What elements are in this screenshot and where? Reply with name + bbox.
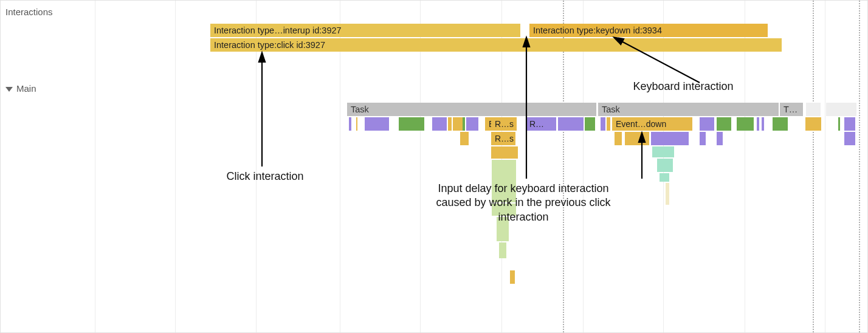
flame-rect[interactable]: [666, 183, 669, 205]
annotation-keyboard-interaction: Keyboard interaction: [613, 80, 753, 94]
flame-rect[interactable]: [356, 117, 357, 131]
flame-rect[interactable]: [773, 117, 788, 131]
flame-rect[interactable]: [453, 117, 463, 131]
main-track-strip: [806, 103, 821, 116]
task-bar[interactable]: T…: [780, 103, 803, 116]
interaction-bar-pointerup[interactable]: Interaction type…interup id:3927: [210, 24, 520, 37]
flame-rect[interactable]: [460, 132, 469, 145]
flame-rect[interactable]: [491, 146, 518, 159]
flame-rect[interactable]: [601, 117, 605, 131]
flame-rect[interactable]: [615, 132, 622, 145]
flame-rect[interactable]: [844, 117, 855, 131]
flame-rect[interactable]: [838, 117, 840, 131]
flame-rect[interactable]: [660, 173, 669, 182]
event-bar[interactable]: R…s: [491, 117, 515, 131]
task-bar[interactable]: Task: [347, 103, 596, 116]
flame-rect[interactable]: [463, 117, 465, 131]
flame-rect[interactable]: [717, 132, 723, 145]
gridline: [175, 1, 176, 332]
flame-rect[interactable]: [717, 117, 731, 131]
flame-rect[interactable]: [762, 117, 764, 131]
main-label-text: Main: [16, 83, 36, 94]
gridline: [95, 1, 95, 332]
time-marker: [813, 1, 814, 332]
svg-line-3: [617, 39, 700, 83]
flame-rect[interactable]: [700, 132, 706, 145]
flame-rect[interactable]: [448, 117, 452, 131]
flame-rect[interactable]: [466, 117, 478, 131]
flame-rect[interactable]: [607, 117, 610, 131]
main-track-strip: [826, 103, 856, 116]
arrow-input-delay: [519, 37, 537, 180]
flame-rect[interactable]: [499, 242, 506, 258]
track-label-interactions: Interactions: [5, 7, 53, 17]
flame-rect[interactable]: [585, 117, 595, 131]
flame-rect[interactable]: [510, 270, 515, 284]
flame-rect[interactable]: [700, 117, 714, 131]
chevron-down-icon[interactable]: [5, 87, 13, 92]
gridline: [825, 1, 825, 332]
time-marker: [859, 1, 860, 332]
flame-rect[interactable]: [558, 117, 584, 131]
arrow-event-down: [635, 132, 653, 181]
flame-rect[interactable]: [399, 117, 424, 131]
flame-rect[interactable]: [652, 146, 674, 157]
flame-rect[interactable]: [657, 159, 673, 172]
flame-rect[interactable]: [757, 117, 759, 131]
flame-rect[interactable]: [365, 117, 389, 131]
annotation-input-delay: Input delay for keyboard interaction cau…: [426, 182, 621, 224]
event-bar[interactable]: Event…down: [612, 117, 692, 131]
flame-rect[interactable]: [844, 132, 855, 145]
flame-rect[interactable]: [805, 117, 821, 131]
flame-rect[interactable]: [651, 132, 689, 145]
task-bar[interactable]: Task: [598, 103, 779, 116]
flame-rect[interactable]: [737, 117, 754, 131]
flame-rect[interactable]: [349, 117, 351, 131]
arrow-click-interaction: [255, 52, 273, 168]
annotation-click-interaction: Click interaction: [204, 170, 326, 184]
track-label-main[interactable]: Main: [5, 83, 36, 94]
flame-rect[interactable]: [432, 117, 447, 131]
event-bar[interactable]: R…s: [491, 132, 515, 145]
